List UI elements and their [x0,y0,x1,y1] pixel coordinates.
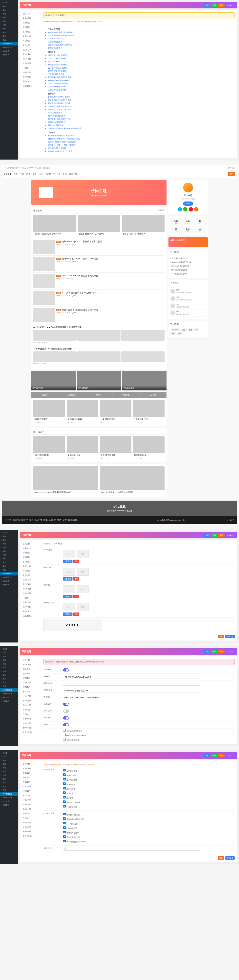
tag-link[interactable]: WordPress [171,328,180,331]
wp-nav-posts[interactable]: ▸ 文章 [0,535,17,538]
doc-link[interactable]: VIP会员系统逻辑介绍及使用教程 [47,134,231,137]
nav-link[interactable]: 主题 [20,173,24,175]
comment-item[interactable]: 李四支付功能配置有点复杂 [171,295,206,302]
wp-nav-users[interactable]: ▸ 用户 [0,560,17,564]
settings-nav-item[interactable]: ◦ 论坛&社区 [20,61,41,66]
logo-upload-box[interactable]: 上传 [63,603,75,611]
wp-nav-dashboard[interactable]: ▸ 仪表盘 [0,531,17,535]
wp-nav-forum[interactable]: ▸ 论坛 [0,770,17,773]
post-row[interactable]: 评测GoPro Hero9 Black 新品上市测试报告2021-3-12👁 9… [33,273,165,290]
settings-nav-item[interactable]: ◦ 使用文档 [20,762,41,766]
wp-nav-seo[interactable]: ▸ SEO设置 [0,800,17,803]
settings-nav-item[interactable]: ◦ 用户&互动 [20,582,41,587]
grid-post-card[interactable]: 2021年值得关注的十大科技趋势 [78,215,120,237]
grid4-card[interactable]: 插画设计趋势2021👁 1.2k 💬 8 [66,400,98,424]
header-btn-导入导出[interactable]: 导入导出 [225,3,235,7]
settings-nav-item[interactable]: ◦ 使用文档 [20,541,41,546]
settings-nav-item[interactable]: ◦ 常规设置 [20,550,41,555]
nav-link[interactable]: 专题群 [45,173,51,175]
settings-nav-item[interactable]: ◦ 首页设置 [20,780,41,784]
hot-link[interactable]: • 网站SEO关键词布局技巧 [171,264,206,268]
hot-link[interactable]: • WordPress优化加速完整方案 [171,260,206,264]
input-首页描述[interactable] [63,696,200,699]
settings-nav-item[interactable]: ◦ 全局&功能 [20,546,41,550]
wp-nav-appearance[interactable]: ▸ 外观 [0,553,17,557]
settings-nav-item[interactable]: ◦ 常规设置 [20,667,41,671]
wp-nav-users[interactable]: ▸ 用户 [0,30,17,34]
wp-nav-tools[interactable]: ▸ 工具 [0,34,17,38]
input-网站标题[interactable] [63,675,200,679]
search-button[interactable]: 搜索 [228,172,235,176]
settings-nav-item[interactable]: ◦ 扩展&增强 [20,75,41,79]
post-row[interactable]: 娱乐2021跨年演唱会收视率排名出炉看点2021-3-10👁 3.1k💬 67 [33,290,165,307]
doc-link[interactable]: 阿里iconfont图标使用教程 [47,82,231,85]
wp-nav-seo[interactable]: ▸ SEO设置 [0,49,17,53]
wechat-icon[interactable] [183,207,187,212]
settings-nav-item[interactable]: ◦ 自定义代码 [20,84,41,88]
doc-link[interactable]: Font Awesome图标使用教程 [47,79,231,82]
settings-nav-item[interactable]: ◦ 顶部导航 [20,555,41,560]
settings-nav-item[interactable]: ◦ 社交&分享 [20,578,41,582]
header-btn-文档[interactable]: 文档 [204,754,211,757]
settings-nav-item[interactable]: ◦ 常规设置 [20,771,41,775]
settings-nav-item[interactable]: ◦ 论坛&社区 [20,708,41,712]
settings-nav-item[interactable]: ◦ 自定义代码 [20,730,41,735]
checkbox[interactable] [63,787,66,789]
wp-nav-comments[interactable]: ▸ 评论 [0,546,17,549]
wp-nav-pages[interactable]: ▸ 页面 [0,542,17,546]
doc-link[interactable]: 积分消息、评论等等使用定制 [47,108,231,111]
big-thumb-card[interactable]: 数字艺术展览 [31,371,76,390]
checkbox[interactable] [63,800,66,803]
wp-nav-seo[interactable]: ▸ SEO设置 [0,579,17,583]
settings-nav-item[interactable]: ◦ 首页设置 [20,30,41,34]
header-btn-授权[interactable]: 授权 [211,3,217,7]
checkbox[interactable] [63,733,66,736]
doc-link[interactable]: 主题页面模板使用教程 [47,86,231,88]
settings-nav-item[interactable]: ◦ 论坛&社区 [20,811,41,816]
grid4-card[interactable]: 城市夜景拍摄技巧👁 1.2k 💬 8 [33,400,65,424]
doc-link[interactable]: 微信、QQ绑定教程 [47,124,231,127]
doc-link[interactable]: 主题在线更新教程 [47,41,231,43]
tag-link[interactable]: 教程 [187,328,193,331]
settings-nav-item[interactable]: ◦ 顶部导航 [20,25,41,30]
wp-nav-users[interactable]: ▸ 用户 [0,781,17,784]
header-btn-更新[interactable]: 更新 [218,754,225,757]
wp-nav-tools[interactable]: ▸ 工具 [0,564,17,568]
checkbox[interactable] [63,840,66,842]
doc-link[interactable]: 首页布局、模块设置教程 [47,54,231,57]
wp-nav-dashboard[interactable]: ▸ 仪表盘 [0,647,17,651]
doc-link[interactable]: 主题链接功能使用教程 [47,89,231,91]
checkbox[interactable] [63,835,66,838]
hot-link[interactable]: • 子比主题V6.9更新日志 [171,256,206,260]
checkbox[interactable] [63,738,66,741]
settings-nav-item[interactable]: ◦ 全局&功能 [20,16,41,21]
wp-nav-plugins[interactable]: ▸ 插件 [0,673,17,677]
remove-button[interactable]: 移除 [73,612,79,616]
header-btn-导入导出[interactable]: 导入导出 [225,533,235,537]
post-row[interactable]: 数码骁龙888首发！小米11发布：3999元起2021-3-14👁 2.3k💬 … [33,256,165,273]
checkbox[interactable] [63,778,66,781]
wp-nav-theme[interactable]: ▸ Zibll主题设置 [0,688,17,692]
doc-link[interactable]: 用户VIP系统使用教程 [47,115,231,117]
doc-link[interactable]: baiwanzhan虚影实录-子比主题 [47,150,231,153]
wp-nav-posts[interactable]: ▸ 文章 [0,755,17,759]
checkbox[interactable] [63,796,66,799]
settings-nav-item[interactable]: ◦ 首页设置 [20,560,41,564]
input-首页关键词[interactable] [63,689,200,692]
wp-nav-settings[interactable]: ▸ 设置 [0,788,17,792]
more-link[interactable]: 查看更多 [158,209,165,212]
settings-nav-item[interactable]: ◦ 首页设置 [20,676,41,681]
logo-upload-box[interactable]: 上传 [63,585,75,593]
wp-nav-theme[interactable]: ▸ Zibll主题设置 [0,792,17,796]
header-btn-文档[interactable]: 文档 [204,650,211,653]
settings-nav-item[interactable]: ◦ 自定义代码 [20,834,41,838]
grid4-card[interactable]: 最新汽车科技评测👁 1.2k 💬 8 [33,436,65,460]
header-btn-导入导出[interactable]: 导入导出 [225,650,235,653]
settings-nav-item[interactable]: ◦ 商城&付费 [20,807,41,811]
tag-link[interactable]: 主题 [181,328,187,331]
wp-nav-template[interactable]: ▸ 新建页面模板 [0,46,17,49]
wp-nav-plugins[interactable]: ▸ 插件 [0,777,17,781]
settings-nav-item[interactable]: ◦ 扩展&增强 [20,721,41,725]
doc-link[interactable]: 文章投稿功能及设置教程 [47,67,231,69]
doc-link[interactable]: 海报分享功能介绍及设置教程 [47,76,231,79]
